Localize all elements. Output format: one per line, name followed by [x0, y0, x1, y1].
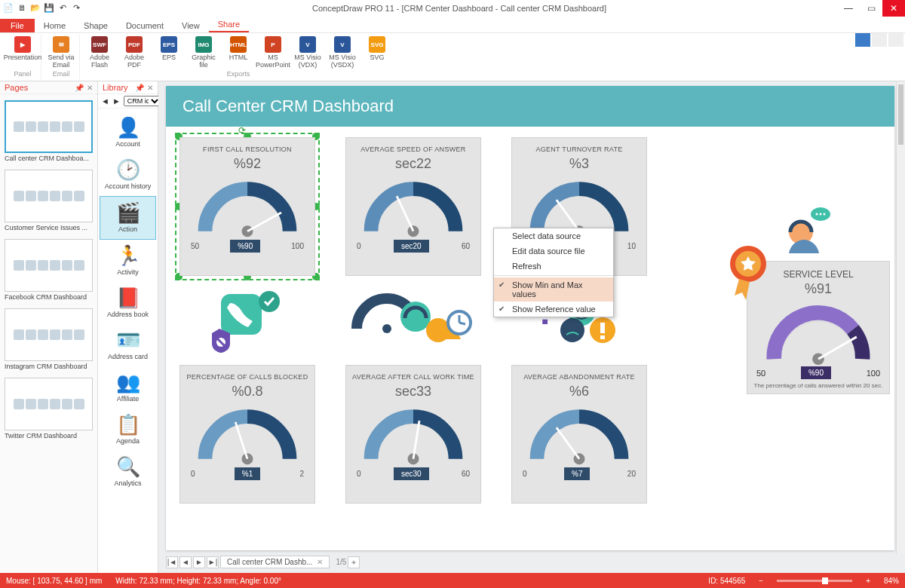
tab-home[interactable]: Home: [35, 19, 75, 32]
nav-fwd-icon[interactable]: ►: [112, 96, 121, 106]
library-panel: Library 📌 ✕ ◄ ► CRM ic... ▾ 👤Account🕑Acc…: [98, 81, 158, 573]
export-eps[interactable]: EPSEPS: [154, 36, 184, 69]
page-thumb[interactable]: Twitter CRM Dashboard: [5, 378, 93, 439]
award-badge-icon: [722, 243, 775, 311]
agent-chat-icon: [780, 207, 833, 259]
presentation-button[interactable]: ▶ Presentation: [8, 36, 38, 62]
doc-tab-active[interactable]: Call center CRM Dashb... ✕: [220, 556, 330, 568]
zoom-slider[interactable]: [777, 580, 852, 582]
menu-item[interactable]: Select data source: [494, 228, 613, 243]
page-thumb[interactable]: Facebook CRM Dashboard: [5, 239, 93, 301]
page-thumb[interactable]: Call center CRM Dashboa...: [5, 100, 93, 162]
dock-button-2[interactable]: [872, 33, 887, 47]
new-icon[interactable]: 🗎: [17, 3, 27, 14]
close-button[interactable]: ✕: [882, 0, 905, 17]
export-ms-powerpoint[interactable]: PMS PowerPoint: [258, 36, 288, 69]
export-adobe-flash[interactable]: SWFAdobe Flash: [84, 36, 115, 69]
svg-point-0: [242, 225, 253, 237]
export-html[interactable]: HTMLHTML: [223, 36, 253, 69]
export-graphic-file[interactable]: IMGGraphic file: [189, 36, 219, 69]
context-menu[interactable]: Select data sourceEdit data source fileR…: [493, 228, 614, 317]
pages-title: Pages: [5, 83, 28, 92]
statusbar: Mouse: [ 103.75, 44.60 ] mm Width: 72.33…: [0, 573, 905, 588]
svg-rect-22: [600, 323, 605, 333]
library-item[interactable]: 👥Affiliate: [100, 366, 156, 409]
close-panel-icon[interactable]: ✕: [147, 84, 153, 92]
menu-item[interactable]: Edit data source file: [494, 243, 613, 259]
right-dock: [855, 33, 903, 47]
illus-agent-speed: [345, 286, 481, 354]
page-thumb[interactable]: Customer Service Issues ...: [5, 170, 93, 231]
library-toolbar: ◄ ► CRM ic... ▾: [98, 94, 158, 109]
send-email-button[interactable]: ✉ Send via Email: [46, 36, 76, 69]
menu-item[interactable]: Refresh: [494, 259, 613, 274]
export-adobe-pdf[interactable]: PDFAdobe PDF: [119, 36, 149, 69]
zoom-out-icon[interactable]: −: [759, 577, 763, 585]
pin-icon[interactable]: 📌: [135, 84, 144, 92]
menu-item[interactable]: ✔Show Reference value: [494, 302, 613, 317]
dock-button-1[interactable]: [855, 33, 870, 47]
library-item[interactable]: 🏃Activity: [100, 240, 156, 282]
pages-list[interactable]: Call center CRM Dashboa...Customer Servi…: [0, 94, 97, 573]
maximize-button[interactable]: ▭: [860, 0, 882, 17]
gauge-card[interactable]: AVERAGE ABANDONMENT RATE %6 0%720: [511, 365, 647, 504]
gauge-card[interactable]: AVERAGE AFTER CALL WORK TIME sec33 0sec3…: [345, 365, 481, 504]
tab-share[interactable]: Share: [209, 17, 249, 32]
menu-item[interactable]: ✔Show Min and Max values: [494, 277, 613, 302]
library-item[interactable]: 📕Address book: [100, 282, 156, 324]
open-icon[interactable]: 📂: [30, 3, 41, 14]
close-tab-icon[interactable]: ✕: [317, 558, 323, 566]
service-value: %91: [805, 281, 832, 297]
library-item[interactable]: 🎬Action: [100, 196, 156, 240]
canvas[interactable]: Call Center CRM Dashboard ⟳ FIRST CALL R…: [158, 81, 905, 573]
library-item[interactable]: 🔍Analytics: [100, 451, 156, 493]
library-item[interactable]: 👤Account: [100, 112, 156, 154]
svg-line-38: [818, 337, 857, 359]
nav-back-icon[interactable]: ◄: [101, 96, 109, 106]
page-thumb[interactable]: Instagram CRM Dashboard: [5, 308, 93, 370]
page-surface[interactable]: Call Center CRM Dashboard ⟳ FIRST CALL R…: [166, 86, 894, 550]
zoom-in-icon[interactable]: +: [866, 577, 870, 585]
library-list[interactable]: 👤Account🕑Account history🎬Action🏃Activity…: [98, 109, 158, 573]
status-mouse: Mouse: [ 103.75, 44.60 ] mm: [6, 577, 102, 585]
tabnav-last[interactable]: ►|: [207, 556, 219, 568]
tab-view[interactable]: View: [173, 19, 209, 32]
export-ms-visio-vsdx-[interactable]: VMS Visio (VSDX): [327, 36, 357, 69]
service-reference-badge: %90: [801, 366, 831, 379]
ribbon-group-exports: SWFAdobe FlashPDFAdobe PDFEPSEPSIMGGraph…: [81, 35, 395, 79]
undo-icon[interactable]: ↶: [57, 3, 68, 14]
vertical-scrollbar[interactable]: [896, 81, 905, 555]
gauge-card[interactable]: FIRST CALL RESOLUTION %92 50%90100: [179, 137, 315, 276]
library-item[interactable]: 🕑Account history: [100, 154, 156, 196]
svg-point-37: [812, 353, 824, 365]
save-icon[interactable]: 💾: [44, 3, 54, 14]
tab-shape[interactable]: Shape: [75, 19, 117, 32]
export-ms-visio-vdx-[interactable]: VMS Visio (VDX): [293, 36, 323, 69]
svg-line-27: [413, 421, 419, 459]
service-level-card: SERVICE LEVEL %91 50 %90 100: [747, 261, 890, 394]
export-svg[interactable]: SVGSVG: [362, 36, 392, 69]
tabnav-prev[interactable]: ◄: [179, 556, 192, 568]
minimize-button[interactable]: —: [837, 0, 860, 17]
redo-icon[interactable]: ↷: [71, 3, 81, 14]
dock-button-3[interactable]: [888, 33, 903, 47]
service-title: SERVICE LEVEL: [783, 269, 853, 280]
gauge-card[interactable]: AVERAGE SPEED OF ANSWER sec22 0sec2060: [345, 137, 481, 276]
svg-line-29: [557, 427, 579, 459]
file-tab[interactable]: File: [0, 19, 35, 32]
library-item[interactable]: 📋Agenda: [100, 409, 156, 451]
pin-icon[interactable]: 📌: [75, 84, 84, 92]
svg-line-5: [557, 200, 579, 231]
library-picker[interactable]: CRM ic...: [124, 96, 161, 106]
add-page-button[interactable]: ＋: [348, 556, 360, 568]
gauge-card[interactable]: PERCENTAGE OF CALLS BLOCKED %0.8 0%12: [179, 365, 315, 504]
library-item[interactable]: 🪪Address card: [100, 324, 156, 366]
svg-point-2: [408, 225, 419, 237]
close-panel-icon[interactable]: ✕: [87, 84, 93, 92]
dashboard-body: ⟳ FIRST CALL RESOLUTION %92 50%90100 AVE…: [166, 127, 894, 549]
ribbon-group-panel: ▶ Presentation Panel: [5, 35, 41, 79]
svg-line-25: [235, 422, 247, 459]
tab-document[interactable]: Document: [117, 19, 173, 32]
tabnav-next[interactable]: ►: [193, 556, 205, 568]
tabnav-first[interactable]: |◄: [166, 556, 178, 568]
